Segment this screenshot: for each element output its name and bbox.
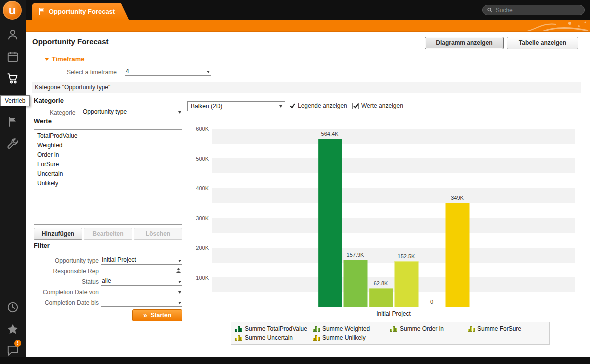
values-checkbox[interactable]: [352, 103, 359, 110]
cart-icon: [6, 72, 20, 85]
top-bar: Opportunity Forecast: [0, 0, 590, 20]
legend-label: Summe Order in: [400, 326, 444, 332]
timeframe-section-title: Timeframe: [52, 56, 85, 63]
chart-bar-totalprodvalue: [318, 139, 342, 307]
app-logo[interactable]: u: [3, 1, 22, 20]
werte-list-item[interactable]: Order in: [34, 150, 182, 160]
chart-bar-forsure: [394, 262, 418, 307]
legend-series-icon: [236, 335, 242, 341]
sidebar-item-history[interactable]: [6, 301, 20, 314]
edit-button: Bearbeiten: [84, 228, 132, 240]
bottom-bar: [0, 357, 590, 364]
kategorie-heading: Kategorie: [34, 97, 64, 104]
filter-select-status[interactable]: alle: [101, 276, 182, 286]
legend-item: Summe Weighted: [313, 326, 390, 332]
filter-heading: Filter: [34, 242, 50, 250]
filter-value: Initial Project: [102, 256, 136, 264]
checkbox-checked-icon: [353, 103, 360, 110]
y-axis-tick: 100K: [196, 275, 209, 281]
timeframe-select-label: Select a timeframe: [67, 69, 117, 76]
werte-heading: Werte: [34, 118, 52, 125]
kategorie-label: Kategorie: [50, 110, 76, 116]
person-lookup-icon[interactable]: [176, 268, 182, 274]
legend-label: Summe Unlikely: [322, 334, 366, 342]
legend-checkbox[interactable]: [289, 103, 296, 110]
filter-input-responsible-rep[interactable]: [101, 266, 182, 276]
timeframe-select[interactable]: 4: [125, 67, 211, 76]
filter-row-completion-date-von: Completion Date von: [26, 287, 182, 298]
sidebar-item-tools[interactable]: [6, 138, 20, 151]
star-icon: [6, 323, 20, 336]
start-button[interactable]: » Starten: [132, 310, 182, 322]
filter-label: Completion Date bis: [26, 300, 99, 306]
werte-list-item[interactable]: Weighted: [34, 141, 182, 150]
werte-list-item[interactable]: ForSure: [34, 160, 182, 170]
wrench-icon: [6, 138, 20, 151]
checkbox-checked-icon: [290, 103, 296, 110]
page-title: Opportunity Forecast: [32, 38, 109, 46]
y-axis-tick: 200K: [196, 245, 209, 251]
y-axis: 600K500K400K300K200K100K: [190, 129, 211, 308]
main-content: Opportunity Forecast Diagramm anzeigen T…: [26, 32, 590, 357]
sidebar-item-contacts[interactable]: [6, 28, 20, 42]
werte-list-item[interactable]: TotalProdValue: [34, 132, 182, 141]
chart-bar-slot: 152.5K: [394, 129, 418, 307]
filter-row-completion-date-bis: Completion Date bis: [26, 298, 182, 308]
header-divider: [32, 51, 582, 52]
filter-select-opportunity-type[interactable]: Initial Project: [101, 256, 182, 265]
category-summary-bar[interactable]: Kategorie "Opportunity type": [32, 82, 582, 94]
chart-bar-slot: 564.4K: [318, 129, 342, 307]
chevron-down-icon: [280, 106, 282, 108]
werte-list-item[interactable]: Uncertain: [34, 170, 182, 179]
legend-item: Summe TotalProdValue: [236, 326, 313, 332]
sidebar-item-opportunities[interactable]: [6, 116, 20, 128]
legend-item: Summe Uncertain: [236, 334, 313, 342]
filter-row-status: Status alle: [26, 276, 182, 287]
decorative-splash: [520, 20, 590, 32]
chart-bar-unlikely: [446, 203, 470, 307]
legend-label: Summe ForSure: [478, 326, 522, 332]
legend-series-icon: [390, 326, 398, 332]
bar-value-label: 62.8K: [374, 280, 388, 286]
chart-plot-area: 564.4K157.9K62.8K152.5K0349K: [212, 129, 575, 308]
flag-icon: [6, 116, 20, 128]
add-button[interactable]: Hinzufügen: [34, 228, 82, 240]
legend-series-icon: [313, 335, 320, 341]
show-table-button[interactable]: Tabelle anzeigen: [507, 37, 578, 50]
values-checkbox-label: Werte anzeigen: [362, 102, 404, 110]
filter-select-completion-date-bis[interactable]: [101, 298, 182, 307]
sidebar-item-vertrieb[interactable]: [6, 72, 20, 85]
legend-checkbox-group[interactable]: Legende anzeigen: [289, 102, 348, 110]
legend-item: Summe Unlikely: [313, 334, 390, 342]
sidebar-tooltip: Vertrieb: [0, 96, 30, 106]
tab-opportunity-forecast[interactable]: Opportunity Forecast: [32, 3, 129, 20]
chevron-down-icon: [178, 260, 182, 262]
chart-type-value: Balken (2D): [191, 103, 222, 110]
legend-label: Summe Uncertain: [245, 334, 293, 342]
search-box[interactable]: [482, 5, 585, 16]
werte-listbox[interactable]: TotalProdValueWeightedOrder inForSureUnc…: [34, 130, 182, 225]
x-axis-category-label: Initial Project: [212, 310, 575, 318]
bar-value-label: 157.9K: [347, 252, 364, 258]
sidebar-item-calendar[interactable]: [6, 50, 20, 64]
y-axis-tick: 600K: [196, 126, 209, 132]
user-icon: [6, 28, 20, 42]
chevron-down-icon: [178, 302, 182, 304]
search-input[interactable]: [496, 7, 580, 14]
notification-badge: !: [14, 340, 22, 347]
filter-label: Status: [26, 278, 99, 286]
y-axis-tick: 500K: [196, 156, 209, 162]
werte-list-item[interactable]: Unlikely: [34, 179, 182, 188]
values-checkbox-group[interactable]: Werte anzeigen: [352, 102, 404, 110]
y-axis-tick: 300K: [196, 216, 209, 222]
legend-label: Summe TotalProdValue: [245, 326, 308, 332]
legend-series-icon: [236, 326, 242, 332]
y-axis-tick: 400K: [196, 186, 209, 192]
show-diagram-button[interactable]: Diagramm anzeigen: [425, 37, 504, 50]
kategorie-select[interactable]: Opportunity type: [82, 108, 182, 116]
filter-label: Completion Date von: [26, 289, 99, 296]
chart-type-select[interactable]: Balken (2D): [188, 102, 286, 112]
timeframe-section-toggle[interactable]: Timeframe: [45, 56, 85, 63]
sidebar-item-favorites[interactable]: [6, 323, 20, 336]
filter-select-completion-date-von[interactable]: [101, 287, 182, 296]
